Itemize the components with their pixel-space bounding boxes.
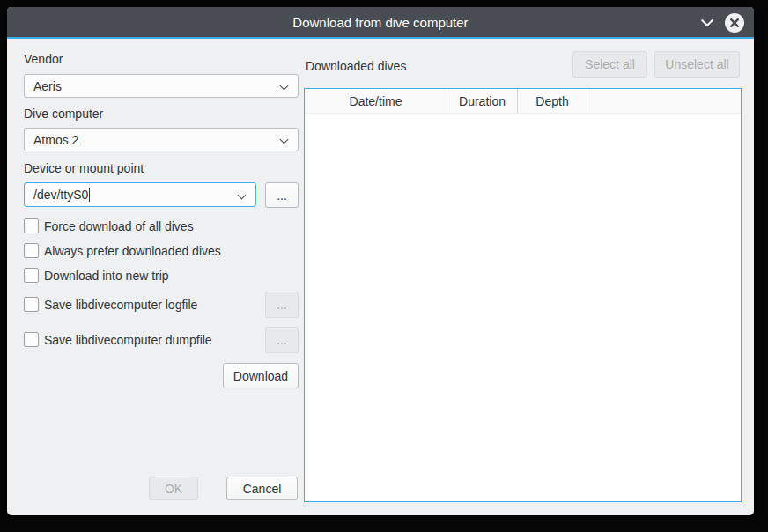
new-trip-checkbox[interactable] — [24, 268, 39, 283]
device-combobox-value: /dev/ttyS0 — [33, 188, 88, 202]
table-header-row: Date/time Duration Depth — [305, 89, 741, 114]
dive-computer-combobox-value: Atmos 2 — [33, 133, 78, 147]
shade-chevron-down-icon[interactable] — [701, 14, 713, 26]
save-dumpfile-checkbox-row: Save libdivecomputer dumpfile — [24, 332, 212, 347]
screen-background: Download from dive computer Vendor Aeris… — [0, 0, 768, 532]
table-body-empty — [305, 114, 741, 501]
save-logfile-checkbox[interactable] — [24, 297, 39, 312]
prefer-downloaded-checkbox[interactable] — [24, 243, 39, 258]
save-dumpfile-checkbox[interactable] — [24, 332, 39, 347]
column-header-blank[interactable] — [587, 89, 741, 113]
window-title: Download from dive computer — [292, 15, 468, 30]
prefer-downloaded-checkbox-row: Always prefer downloaded dives — [24, 243, 221, 258]
column-header-depth[interactable]: Depth — [518, 89, 587, 113]
select-all-button[interactable]: Select all — [572, 51, 647, 78]
chevron-down-icon — [280, 82, 289, 91]
download-dialog-window: Download from dive computer Vendor Aeris… — [7, 7, 754, 515]
vendor-label: Vendor — [24, 52, 63, 66]
dive-computer-combobox[interactable]: Atmos 2 — [24, 128, 299, 151]
ok-button[interactable]: OK — [149, 477, 198, 500]
close-icon[interactable] — [724, 12, 745, 33]
column-header-datetime[interactable]: Date/time — [305, 89, 447, 113]
chevron-down-icon — [280, 136, 289, 144]
new-trip-checkbox-row: Download into new trip — [24, 268, 169, 283]
chevron-down-icon — [238, 191, 247, 200]
download-button[interactable]: Download — [223, 363, 299, 388]
device-combobox[interactable]: /dev/ttyS0 — [24, 182, 256, 207]
save-dumpfile-label[interactable]: Save libdivecomputer dumpfile — [44, 333, 212, 347]
force-download-label[interactable]: Force download of all dives — [44, 219, 194, 233]
text-caret — [89, 188, 90, 202]
device-label: Device or mount point — [24, 161, 144, 175]
prefer-downloaded-label[interactable]: Always prefer downloaded dives — [44, 244, 221, 258]
device-browse-button[interactable]: ... — [265, 182, 299, 208]
vendor-combobox-value: Aeris — [33, 79, 62, 93]
save-logfile-label[interactable]: Save libdivecomputer logfile — [44, 298, 197, 312]
save-logfile-checkbox-row: Save libdivecomputer logfile — [24, 297, 197, 312]
dumpfile-browse-button[interactable]: ... — [265, 327, 299, 353]
downloaded-dives-table[interactable]: Date/time Duration Depth — [304, 88, 742, 502]
column-header-duration[interactable]: Duration — [447, 89, 518, 113]
new-trip-label[interactable]: Download into new trip — [44, 269, 169, 283]
titlebar[interactable]: Download from dive computer — [7, 7, 754, 39]
titlebar-controls — [703, 7, 745, 39]
vendor-combobox[interactable]: Aeris — [24, 74, 299, 98]
force-download-checkbox-row: Force download of all dives — [24, 218, 194, 233]
dive-computer-label: Dive computer — [24, 107, 103, 121]
cancel-button[interactable]: Cancel — [226, 477, 298, 500]
logfile-browse-button[interactable]: ... — [265, 292, 299, 318]
force-download-checkbox[interactable] — [24, 218, 39, 233]
unselect-all-button[interactable]: Unselect all — [654, 51, 740, 78]
downloaded-dives-label: Downloaded dives — [306, 59, 406, 73]
